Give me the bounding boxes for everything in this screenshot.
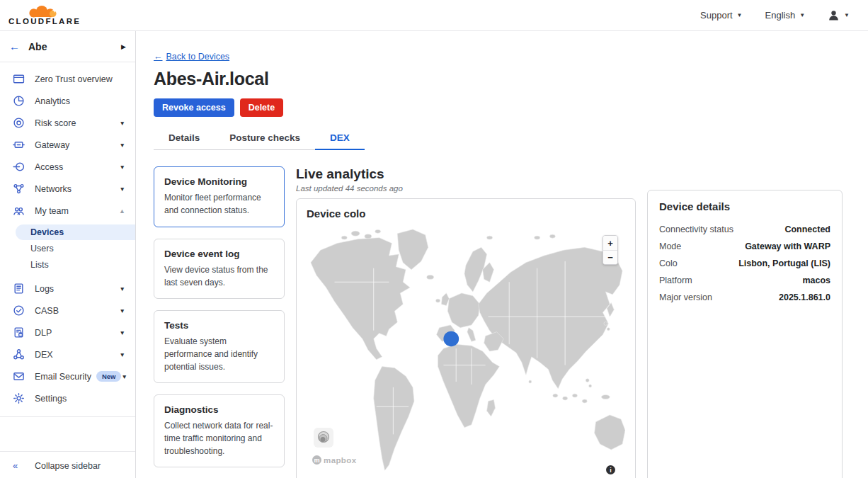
dex-content: Device Monitoring Monitor fleet performa… xyxy=(154,166,843,478)
collapse-label: Collapse sidebar xyxy=(35,461,101,471)
device-colo-title: Device colo xyxy=(307,207,625,220)
sidebar-item-dlp[interactable]: DLP ▼ xyxy=(0,321,135,343)
panel-title: Tests xyxy=(164,320,274,331)
sidebar-item-email-security[interactable]: Email Security New ▼ xyxy=(0,365,135,387)
chevron-down-icon: ▼ xyxy=(120,142,125,149)
sidebar-item-risk-score[interactable]: Risk score ▼ xyxy=(0,112,135,134)
detail-row-mode: Mode Gateway with WARP xyxy=(659,238,830,255)
detail-value: Lisbon, Portugal (LIS) xyxy=(738,258,830,268)
account-menu[interactable]: ▼ xyxy=(828,9,850,21)
chevron-down-icon: ▼ xyxy=(120,329,125,336)
user-icon xyxy=(828,9,840,21)
zoom-out-button[interactable]: − xyxy=(603,250,617,264)
device-location-marker[interactable] xyxy=(443,331,459,347)
monitoring-nav-panels: Device Monitoring Monitor fleet performa… xyxy=(154,166,285,467)
map-zoom-control: + − xyxy=(603,235,618,265)
expand-account-icon[interactable]: ▶ xyxy=(121,43,126,50)
sidebar-item-devices[interactable]: Devices xyxy=(16,224,135,240)
sidebar-item-label: DLP xyxy=(35,328,52,338)
risk-score-icon xyxy=(13,117,25,129)
panel-desc: Evaluate system performance and identify… xyxy=(164,335,274,373)
detail-label: Major version xyxy=(659,292,712,302)
live-analytics-heading: Live analytics xyxy=(296,166,636,182)
page-title: Abes-Air.local xyxy=(154,69,843,89)
sidebar-item-label: Risk score xyxy=(35,118,76,128)
mapbox-attribution[interactable]: m mapbox xyxy=(312,455,357,465)
chevron-down-icon: ▼ xyxy=(799,12,805,18)
tab-dex[interactable]: DEX xyxy=(315,127,365,150)
last-updated-text: Last updated 44 seconds ago xyxy=(296,184,636,193)
detail-value: 2025.1.861.0 xyxy=(779,292,830,302)
sidebar-item-dex[interactable]: DEX ▼ xyxy=(0,343,135,365)
detail-value: Connected xyxy=(784,224,830,234)
detail-row-platform: Platform macos xyxy=(659,272,830,289)
chevron-down-icon: ▼ xyxy=(120,351,125,358)
chevron-down-icon: ▼ xyxy=(120,307,125,314)
collapse-sidebar-button[interactable]: « Collapse sidebar xyxy=(0,451,135,478)
casb-icon xyxy=(13,305,25,317)
networks-icon xyxy=(13,183,25,195)
sidebar-divider xyxy=(0,416,135,417)
sidebar-item-label: Access xyxy=(35,162,63,172)
mapbox-logo-icon: m xyxy=(312,455,321,465)
tab-posture-checks[interactable]: Posture checks xyxy=(215,127,315,149)
new-badge: New xyxy=(96,371,122,382)
sidebar-item-label: Logs xyxy=(35,284,54,294)
chevron-down-icon: ▼ xyxy=(120,285,125,292)
world-map xyxy=(307,227,625,478)
back-arrow-icon[interactable]: ← xyxy=(9,40,28,52)
cluster-circles-icon xyxy=(316,430,331,445)
detail-value: macos xyxy=(802,275,830,285)
sidebar-item-access[interactable]: Access ▼ xyxy=(0,156,135,178)
revoke-access-button[interactable]: Revoke access xyxy=(154,98,234,117)
sidebar-item-label: Gateway xyxy=(35,140,69,150)
chevron-down-icon: ▼ xyxy=(120,164,125,171)
delete-button[interactable]: Delete xyxy=(240,98,284,117)
back-to-devices-link[interactable]: ← Back to Devices xyxy=(154,52,229,62)
panel-title: Device event log xyxy=(164,249,274,259)
sidebar-item-label: My team xyxy=(35,206,69,216)
device-colo-card: Device colo xyxy=(296,198,636,478)
panel-device-monitoring[interactable]: Device Monitoring Monitor fleet performa… xyxy=(154,166,285,227)
map-marker-cluster-control[interactable] xyxy=(314,428,333,448)
language-menu[interactable]: English ▼ xyxy=(765,10,806,21)
sidebar-item-users[interactable]: Users xyxy=(0,241,135,256)
sidebar-item-gateway[interactable]: Gateway ▼ xyxy=(0,134,135,156)
sidebar-item-label: Email Security xyxy=(35,372,91,382)
zoom-in-button[interactable]: + xyxy=(603,236,617,250)
support-menu[interactable]: Support ▼ xyxy=(700,10,742,21)
sub-item-label: Users xyxy=(30,244,54,254)
chevron-down-icon: ▼ xyxy=(120,120,125,127)
sidebar-item-analytics[interactable]: Analytics xyxy=(0,90,135,112)
sidebar-item-lists[interactable]: Lists xyxy=(0,257,135,273)
panel-device-event-log[interactable]: Device event log View device status from… xyxy=(154,239,285,299)
chevron-down-icon: ▼ xyxy=(737,12,743,18)
gateway-icon xyxy=(13,139,25,151)
my-team-icon xyxy=(13,205,25,217)
sidebar-item-my-team[interactable]: My team ▲ xyxy=(0,200,135,222)
sidebar-nav: Zero Trust overview Analytics Risk score… xyxy=(0,62,135,417)
detail-label: Mode xyxy=(659,241,681,251)
logs-icon xyxy=(13,283,25,295)
sidebar-item-logs[interactable]: Logs ▼ xyxy=(0,278,135,300)
back-link-label: Back to Devices xyxy=(166,52,230,62)
sidebar-item-zero-trust-overview[interactable]: Zero Trust overview xyxy=(0,68,135,90)
panel-tests[interactable]: Tests Evaluate system performance and id… xyxy=(154,310,285,383)
detail-label: Platform xyxy=(659,275,692,285)
tab-details[interactable]: Details xyxy=(154,127,215,149)
settings-icon xyxy=(13,392,25,404)
sub-item-label: Lists xyxy=(30,260,49,270)
sidebar-item-casb[interactable]: CASB ▼ xyxy=(0,300,135,321)
device-details-card: Device details Connectivity status Conne… xyxy=(647,190,843,478)
overview-icon xyxy=(13,73,25,85)
sidebar-item-label: DEX xyxy=(35,350,53,360)
world-map-container[interactable]: + − m mapbox i xyxy=(307,227,625,478)
sidebar-item-label: Networks xyxy=(35,184,72,194)
sidebar-item-settings[interactable]: Settings xyxy=(0,387,135,409)
cloudflare-logo[interactable]: CLOUDFLARE xyxy=(8,4,81,26)
sidebar-item-networks[interactable]: Networks ▼ xyxy=(0,178,135,200)
analytics-icon xyxy=(13,95,25,107)
panel-diagnostics[interactable]: Diagnostics Collect network data for rea… xyxy=(154,394,285,467)
panel-desc: Monitor fleet performance and connection… xyxy=(164,191,274,217)
sidebar-item-label: Settings xyxy=(35,394,67,404)
